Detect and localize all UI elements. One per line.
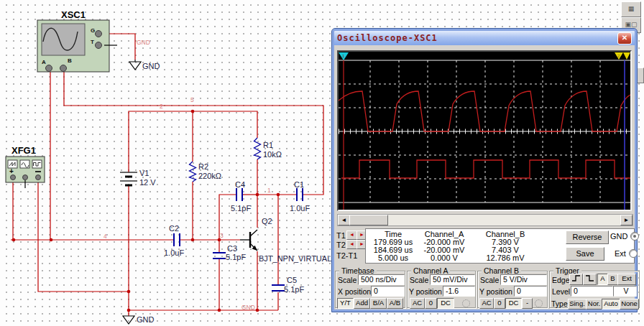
capacitor-c3	[213, 253, 226, 259]
ba-button[interactable]: B/A	[370, 298, 387, 309]
gnd-radio-icon[interactable]	[630, 232, 639, 241]
scope-display[interactable]: 1 2	[337, 50, 632, 211]
trigger-ext-button[interactable]: Ext	[617, 274, 636, 285]
trigger-none-button[interactable]: None	[620, 299, 639, 309]
oscilloscope-window[interactable]: Oscilloscope-XSC1 ✕ 1	[332, 29, 637, 312]
terminal-g[interactable]	[96, 31, 102, 37]
channel-b-minus-button[interactable]: -	[522, 298, 533, 309]
timebase-xpos-label: X position	[338, 287, 371, 296]
terminal-plus[interactable]	[11, 175, 16, 180]
v1-ref: V1	[139, 169, 149, 177]
scroll-right-icon[interactable]: ►	[620, 215, 632, 225]
xsc1-title: XSC1	[61, 9, 86, 20]
channel-b-zero-button[interactable]: 0	[494, 298, 505, 309]
ground-symbol-bottom[interactable]	[123, 316, 134, 324]
timebase-group: Timebase Scale 500 ns/Div X position 0 Y…	[335, 271, 405, 308]
wires[interactable]	[11, 34, 323, 316]
scrollbar-thumb[interactable]	[349, 215, 388, 225]
channel-b-scale-input[interactable]: 5 V/Div	[500, 274, 547, 285]
t1-label: T1	[336, 231, 346, 240]
q2-ref: Q2	[262, 217, 272, 225]
dt-channel-a: 0.000 V	[420, 254, 468, 262]
channel-a-probe-radio-icon[interactable]	[462, 299, 470, 307]
c2-ref: C2	[169, 224, 179, 233]
trigger-a-button[interactable]: A	[597, 274, 608, 285]
function-generator-xfg1[interactable]: + XFG1	[6, 145, 45, 188]
q2-model: BJT_NPN_VIRTUAL	[259, 254, 331, 263]
terminal-common[interactable]	[23, 175, 28, 180]
trigger-sing-button[interactable]: Sing.	[568, 299, 586, 309]
v1-value: 12 V	[139, 178, 156, 187]
title-bar[interactable]: Oscilloscope-XSC1 ✕	[334, 31, 635, 45]
c3-ref: C3	[227, 244, 237, 253]
wire-net5	[64, 72, 323, 195]
channel-a-zero-button[interactable]: 0	[425, 298, 437, 309]
channel-a-scale-input[interactable]: 50 mV/Div	[430, 274, 475, 285]
t2-left-arrow-icon[interactable]: ◄	[346, 240, 357, 249]
channel-a-ypos-label: Y position	[409, 287, 442, 296]
terminal-a[interactable]	[46, 65, 52, 72]
window-title: Oscilloscope-XSC1	[337, 33, 438, 43]
terminal-t[interactable]	[96, 42, 102, 49]
close-icon[interactable]: ✕	[617, 32, 632, 45]
trigger-b-button[interactable]: B	[607, 274, 618, 285]
transistor-q2[interactable]: Q2 BJT_NPN_VIRTUAL	[240, 217, 331, 263]
gnd-radio[interactable]: GND	[610, 232, 639, 241]
channel-a-ac-button[interactable]: AC	[410, 298, 425, 309]
channel-a-ypos-input[interactable]: -1.6	[443, 286, 475, 297]
channel-b-ypos-input[interactable]: 0	[514, 286, 547, 297]
scroll-left-icon[interactable]: ◄	[338, 215, 350, 225]
trigger-unit-select[interactable]: V	[613, 286, 637, 297]
falling-edge-icon[interactable]	[583, 274, 597, 285]
r1-value: 10kΩ	[263, 150, 282, 159]
resistor-r2[interactable]: R2 220kΩ	[190, 162, 222, 182]
ext-radio-icon[interactable]	[629, 249, 638, 258]
c1-ref: C1	[294, 180, 304, 189]
add-button[interactable]: Add	[354, 298, 370, 309]
resistor-r1[interactable]: R1 10kΩ	[254, 138, 282, 159]
timebase-xpos-input[interactable]: 0	[371, 286, 405, 297]
channel-b-ac-button[interactable]: AC	[479, 298, 494, 309]
yt-button[interactable]: Y/T	[337, 298, 354, 309]
c1-value: 1.0uF	[290, 204, 310, 213]
timebase-scale-input[interactable]: 500 ns/Div	[358, 274, 405, 285]
ab-button[interactable]: A/B	[387, 298, 403, 309]
t1-left-arrow-icon[interactable]: ◄	[346, 230, 357, 240]
channel-b-dc-button[interactable]: DC	[505, 298, 522, 309]
display-scrollbar[interactable]: ◄ ►	[337, 214, 633, 226]
c3-value: 5.1pF	[226, 253, 246, 261]
ext-radio[interactable]: Ext	[615, 249, 638, 258]
channel-a-dc-button[interactable]: DC	[437, 298, 454, 309]
trigger-level-input[interactable]: 0	[571, 286, 613, 297]
trigger-marker[interactable]	[623, 52, 630, 60]
c5-ref: C5	[287, 276, 297, 284]
terminal-b[interactable]	[60, 65, 67, 72]
rising-edge-icon[interactable]	[569, 274, 583, 285]
dt-time: 5.000 us	[366, 254, 420, 262]
net-3: 3	[220, 232, 224, 239]
battery-v1[interactable]: V1 12 V	[120, 169, 156, 187]
trigger-auto-button[interactable]: Auto	[602, 299, 620, 309]
trigger-type-label: Type	[551, 299, 568, 308]
oscilloscope-instrument-xsc1[interactable]: G T A B XSC1	[37, 9, 117, 72]
gnd-radio-label: GND	[610, 232, 627, 241]
grid-icon[interactable]: ▦	[621, 1, 641, 17]
t2-label: T2	[336, 241, 346, 249]
net-4: 4	[104, 233, 107, 240]
save-button[interactable]: Save	[566, 247, 604, 261]
r2-value: 220kΩ	[198, 172, 221, 180]
pin-label-g: G	[91, 27, 95, 34]
ground-symbol-top[interactable]	[129, 60, 141, 70]
capacitor-c1	[297, 188, 303, 201]
capacitor-c5	[272, 285, 285, 291]
gnd-top-label: GND	[142, 62, 160, 70]
reverse-button[interactable]: Reverse	[566, 230, 609, 244]
net-gnd-top: GND	[137, 39, 150, 46]
c4-ref: C4	[235, 180, 245, 189]
trigger-nor-button[interactable]: Nor.	[586, 299, 602, 309]
cursor-readout: T1 ◄ ► T2 ◄ ► T2-T1 Time 179.699 us 184.…	[336, 228, 633, 263]
pin-label-a: A	[42, 59, 46, 65]
channel-b-probe-radio-icon[interactable]	[535, 299, 543, 307]
waveform-channel-a	[341, 160, 630, 178]
terminal-minus[interactable]	[36, 175, 41, 180]
